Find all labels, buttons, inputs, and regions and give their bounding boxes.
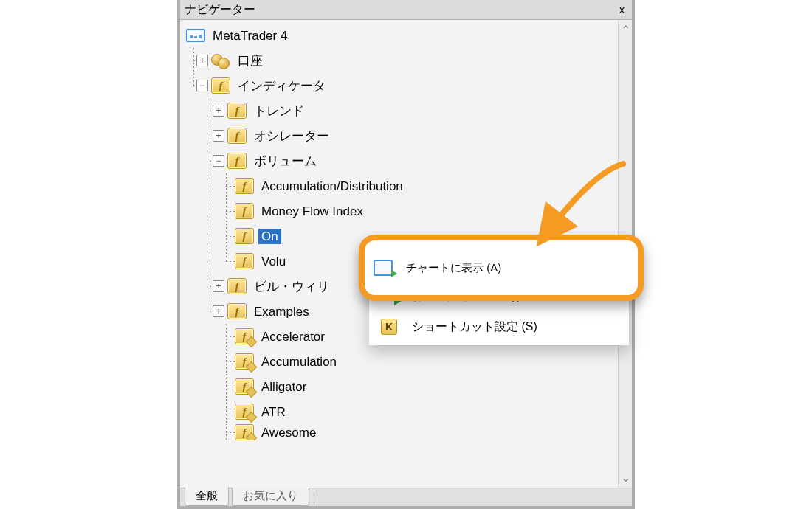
tree-root-label: MetaTrader 4 <box>210 28 290 44</box>
context-item-label: ショートカット設定 (S) <box>412 319 537 335</box>
tree-label: Money Flow Index <box>258 204 366 219</box>
expander-plus[interactable]: + <box>213 105 224 117</box>
tree-label: Awesome <box>258 425 319 440</box>
scroll-down-icon[interactable]: ⌄ <box>621 468 630 488</box>
indicator-icon <box>235 178 254 194</box>
tab-bar: 全般 お気に入り <box>180 488 632 506</box>
tree-item-alligator[interactable]: Alligator <box>186 374 618 399</box>
titlebar: ナビゲーター x <box>180 0 632 20</box>
expander-plus[interactable]: + <box>196 55 208 66</box>
close-button[interactable]: x <box>616 4 627 15</box>
tree-node-indicators[interactable]: − インディケータ <box>186 73 618 98</box>
custom-indicator-icon <box>235 353 254 370</box>
tree-node-oscillator[interactable]: + オシレーター <box>186 123 618 148</box>
callout-highlight: チャートに表示 (A) <box>359 235 644 301</box>
custom-indicator-icon <box>235 328 254 344</box>
scroll-up-icon[interactable]: ⌃ <box>621 20 630 40</box>
tree-label: Examples <box>251 304 312 319</box>
tab-favorites[interactable]: お気に入り <box>232 488 309 506</box>
expander-plus[interactable]: + <box>213 280 224 292</box>
tree-label: インディケータ <box>235 78 328 94</box>
attach-chart-icon <box>374 260 396 276</box>
expander-plus[interactable]: + <box>213 305 224 317</box>
indicator-icon <box>235 203 254 219</box>
mt4-icon <box>186 29 205 42</box>
custom-indicator-icon <box>235 378 254 395</box>
tab-separator <box>314 492 314 504</box>
tab-general[interactable]: 全般 <box>185 487 229 506</box>
expander-minus[interactable]: − <box>196 80 208 91</box>
tree-label: Accumulation <box>258 354 340 370</box>
expander-plus[interactable]: + <box>213 130 224 142</box>
tree-label: Alligator <box>258 379 309 395</box>
tree-label: トレンド <box>251 103 307 119</box>
context-item-attach-highlighted[interactable]: チャートに表示 (A) <box>365 260 510 276</box>
tree-node-accounts[interactable]: + 口座 <box>186 48 618 73</box>
tree-label: Accumulation/Distribution <box>258 179 406 194</box>
indicator-folder-icon <box>227 303 247 319</box>
tree-item-accumulation[interactable]: Accumulation <box>186 349 618 374</box>
tree-label: 口座 <box>235 53 266 69</box>
custom-indicator-icon <box>235 424 254 440</box>
indicator-folder-icon <box>227 103 247 119</box>
indicator-icon <box>235 228 254 244</box>
tree-label: Volu <box>258 254 289 269</box>
tree-node-trend[interactable]: + トレンド <box>186 98 618 123</box>
tree-item-accdist[interactable]: Accumulation/Distribution <box>186 173 618 198</box>
shortcut-key-icon <box>379 319 402 335</box>
context-item-label: チャートに表示 (A) <box>406 261 501 275</box>
tree-item-mfi[interactable]: Money Flow Index <box>186 198 618 224</box>
tree-node-volume[interactable]: − ボリューム <box>186 148 618 173</box>
custom-indicator-icon <box>235 404 254 420</box>
tree-label: ATR <box>258 404 289 420</box>
tree-label-selected: On <box>258 229 281 244</box>
tree-label: ボリューム <box>251 153 320 169</box>
tree-item-atr[interactable]: ATR <box>186 399 618 424</box>
indicator-folder-icon <box>227 278 247 294</box>
tree-label: Accelerator <box>258 329 328 344</box>
tree-label: ビル・ウィリ <box>251 279 332 294</box>
indicator-folder-icon <box>211 77 230 94</box>
window-title: ナビゲーター <box>185 2 255 18</box>
tree-item-awesome[interactable]: Awesome <box>186 424 618 440</box>
context-item-shortcut[interactable]: ショートカット設定 (S) <box>371 311 627 342</box>
expander-minus[interactable]: − <box>213 155 224 167</box>
indicator-folder-icon <box>227 128 247 144</box>
tree-root[interactable]: MetaTrader 4 <box>186 23 618 48</box>
accounts-icon <box>211 52 230 69</box>
indicator-folder-icon <box>227 153 247 169</box>
indicator-icon <box>235 253 254 269</box>
tree-label: オシレーター <box>251 128 332 144</box>
